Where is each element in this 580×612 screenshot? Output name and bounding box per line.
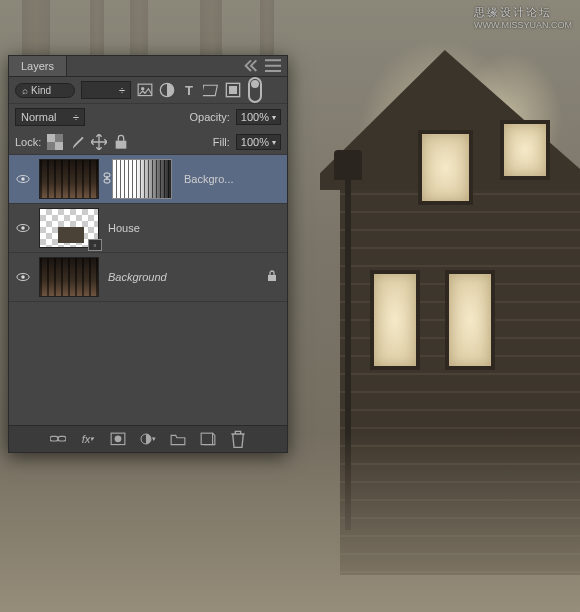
layer-search[interactable]: ⌕ Kind (15, 83, 75, 98)
layers-panel: Layers ⌕ Kind ÷ T Normal ÷ (8, 55, 288, 453)
filter-pixel-icon[interactable] (137, 83, 153, 97)
visibility-toggle[interactable] (13, 272, 33, 282)
lock-label: Lock: (15, 136, 41, 148)
lock-transparency-icon[interactable] (47, 135, 63, 149)
layer-row[interactable]: ▫ House (9, 204, 287, 253)
svg-point-20 (21, 275, 25, 279)
opacity-input[interactable]: 100% ▾ (236, 109, 281, 125)
new-layer-icon[interactable] (200, 432, 216, 446)
dropdown-icon: ▾ (272, 138, 276, 147)
filter-toggle-icon[interactable] (247, 83, 263, 97)
link-layers-icon[interactable] (50, 432, 66, 446)
collapse-icon[interactable] (243, 59, 259, 73)
svg-rect-5 (229, 86, 237, 94)
dropdown-icon: ÷ (119, 84, 125, 96)
filter-smart-icon[interactable] (225, 83, 241, 97)
visibility-toggle[interactable] (13, 223, 33, 233)
smart-object-icon: ▫ (88, 239, 102, 251)
fill-label: Fill: (213, 136, 230, 148)
layer-mask-thumbnail[interactable] (112, 159, 172, 199)
layer-name[interactable]: Background (102, 271, 167, 283)
fill-input[interactable]: 100% ▾ (236, 134, 281, 150)
svg-point-1 (141, 87, 144, 90)
search-icon: ⌕ (22, 85, 28, 96)
svg-rect-23 (58, 437, 66, 442)
svg-rect-27 (201, 433, 212, 444)
layer-row[interactable]: Backgro... (9, 155, 287, 204)
watermark: 思缘设计论坛 WWW.MISSYUAN.COM (474, 4, 572, 30)
svg-point-18 (21, 226, 25, 230)
watermark-url: WWW.MISSYUAN.COM (474, 20, 572, 30)
layers-list: Backgro... ▫ House Background (9, 155, 287, 425)
lock-row: Lock: Fill: 100% ▾ (9, 130, 287, 155)
svg-point-13 (21, 177, 25, 181)
bg-fog (0, 432, 580, 612)
lock-paint-icon[interactable] (69, 135, 85, 149)
blend-mode-select[interactable]: Normal ÷ (15, 108, 85, 126)
layer-thumbnail[interactable] (39, 159, 99, 199)
add-mask-icon[interactable] (110, 432, 126, 446)
filter-adjust-icon[interactable] (159, 83, 175, 97)
layer-thumbnail[interactable] (39, 257, 99, 297)
group-icon[interactable] (170, 432, 186, 446)
svg-rect-9 (47, 134, 55, 142)
layer-row[interactable]: Background (9, 253, 287, 302)
dropdown-icon: ÷ (73, 111, 79, 123)
svg-point-25 (115, 436, 122, 443)
watermark-text: 思缘设计论坛 (474, 6, 552, 18)
dropdown-icon: ▾ (272, 113, 276, 122)
blend-row: Normal ÷ Opacity: 100% ▾ (9, 104, 287, 130)
svg-point-7 (251, 80, 259, 88)
svg-rect-11 (116, 141, 127, 149)
filter-row: ⌕ Kind ÷ T (9, 77, 287, 104)
svg-rect-22 (50, 437, 58, 442)
delete-layer-icon[interactable] (230, 432, 246, 446)
filter-shape-icon[interactable] (203, 83, 219, 97)
visibility-toggle[interactable] (13, 174, 33, 184)
svg-rect-3 (203, 85, 217, 95)
mask-link-icon[interactable] (102, 172, 112, 186)
opacity-label: Opacity: (190, 111, 230, 123)
panel-footer: fx▾ ▾ (9, 425, 287, 452)
blend-mode-value: Normal (21, 111, 56, 123)
layers-tab[interactable]: Layers (9, 56, 67, 76)
adjustment-layer-icon[interactable]: ▾ (140, 432, 156, 446)
lock-all-icon[interactable] (113, 135, 129, 149)
svg-rect-21 (268, 275, 276, 281)
filter-kind-select[interactable]: ÷ (81, 81, 131, 99)
fill-value: 100% (241, 136, 269, 148)
fx-icon[interactable]: fx▾ (80, 432, 96, 446)
filter-kind-label: Kind (31, 85, 51, 96)
lock-position-icon[interactable] (91, 135, 107, 149)
panel-header: Layers (9, 56, 287, 77)
panel-menu-icon[interactable] (265, 59, 281, 73)
filter-type-icon[interactable]: T (181, 83, 197, 97)
lock-icon (267, 270, 277, 284)
opacity-value: 100% (241, 111, 269, 123)
layer-name[interactable]: Backgro... (178, 173, 234, 185)
svg-rect-10 (55, 142, 63, 150)
layer-name[interactable]: House (102, 222, 140, 234)
